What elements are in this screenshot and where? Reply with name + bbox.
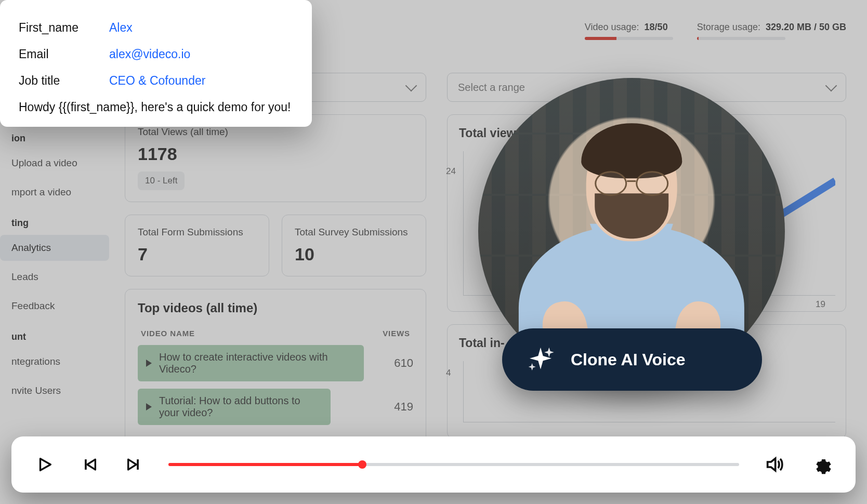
progress-fill <box>168 463 362 466</box>
metric-value: 10 <box>295 244 413 264</box>
storage-usage-label: Storage usage: <box>697 22 760 33</box>
video-player-bar <box>11 436 856 493</box>
var-message: Howdy {{(first_name}}, here's a quick de… <box>19 94 293 114</box>
sidebar-section-reporting: ting <box>0 208 109 232</box>
metric-value: 7 <box>138 244 256 264</box>
progress-track[interactable] <box>168 463 739 466</box>
sidebar-item-label: Upload a video <box>11 157 77 168</box>
video-name: How to create interactive videos with Vi… <box>159 351 356 375</box>
table-row[interactable]: How to create interactive videos with Vi… <box>138 345 413 381</box>
sidebar-item-integrations[interactable]: ntegrations <box>0 349 109 375</box>
sidebar-section-account: unt <box>0 322 109 346</box>
table-row[interactable]: Tutorial: How to add buttons to your vid… <box>138 389 413 425</box>
sidebar-item-label: Analytics <box>11 242 51 253</box>
var-job-label: Job title <box>19 74 91 88</box>
var-first-name-label: First_name <box>19 21 91 35</box>
card-survey-submissions: Total Survey Submissions 10 <box>282 215 426 276</box>
sidebar-item-leads[interactable]: Leads <box>0 264 109 290</box>
storage-usage-meter <box>697 37 785 40</box>
storage-usage-value: 329.20 MB / 50 GB <box>766 22 846 33</box>
sparkle-icon <box>526 345 555 374</box>
sidebar-item-feedback[interactable]: Feedback <box>0 293 109 319</box>
col-views: VIEWS <box>383 329 410 338</box>
next-button[interactable] <box>124 454 144 475</box>
metric-label: Total Form Submissions <box>138 227 256 238</box>
sidebar-section-creation: ion <box>0 124 109 147</box>
sidebar-item-import[interactable]: mport a video <box>0 179 109 205</box>
y-tick: 4 <box>446 368 451 378</box>
play-icon <box>146 360 152 367</box>
video-usage-block: Video usage: 18/50 <box>585 22 673 40</box>
video-usage-value: 18/50 <box>645 22 668 33</box>
chevron-down-icon <box>825 80 837 92</box>
video-views: 419 <box>382 400 413 414</box>
metric-label: Total Views (all time) <box>138 126 413 138</box>
sidebar-item-label: Feedback <box>11 300 55 311</box>
chevron-down-icon <box>405 80 417 92</box>
sidebar-item-analytics[interactable]: Analytics <box>0 235 109 261</box>
sidebar-item-upload[interactable]: Upload a video <box>0 150 109 176</box>
volume-button[interactable] <box>763 453 786 476</box>
sidebar: ion Upload a video mport a video ting An… <box>0 124 109 404</box>
sidebar-item-label: ntegrations <box>11 356 60 367</box>
sidebar-item-label: mport a video <box>11 187 71 197</box>
clone-ai-voice-button[interactable]: Clone AI Voice <box>502 328 762 391</box>
storage-usage-block: Storage usage: 329.20 MB / 50 GB <box>697 22 846 40</box>
col-video-name: VIDEO NAME <box>141 329 195 338</box>
usage-bar: Video usage: 18/50 Storage usage: 329.20… <box>585 22 846 40</box>
filter-select-range-label: Select a range <box>458 82 525 94</box>
card-form-submissions: Total Form Submissions 7 <box>125 215 269 276</box>
video-usage-label: Video usage: <box>585 22 639 33</box>
var-email-value: alex@videco.io <box>109 47 190 61</box>
card-title: Top videos (all time) <box>138 301 413 315</box>
play-button[interactable] <box>34 454 55 475</box>
sidebar-item-label: nvite Users <box>11 385 61 396</box>
var-first-name-value: Alex <box>109 21 133 35</box>
settings-button[interactable] <box>810 453 833 476</box>
metric-value: 1178 <box>138 144 413 164</box>
video-views: 610 <box>382 356 413 370</box>
card-total-views: Total Views (all time) 1178 10 - Left <box>125 114 426 202</box>
sidebar-item-invite[interactable]: nvite Users <box>0 378 109 404</box>
y-tick: 24 <box>446 166 456 177</box>
var-email-label: Email <box>19 47 91 61</box>
variables-popover: First_name Alex Email alex@videco.io Job… <box>0 0 312 127</box>
prev-button[interactable] <box>79 454 100 475</box>
play-icon <box>146 403 152 410</box>
video-usage-meter <box>585 37 673 40</box>
video-name: Tutorial: How to add buttons to your vid… <box>159 395 322 419</box>
metric-label: Total Survey Submissions <box>295 227 413 238</box>
sidebar-item-label: Leads <box>11 271 38 282</box>
trend-badge: 10 - Left <box>138 171 185 190</box>
var-job-value: CEO & Cofounder <box>109 74 205 88</box>
clone-ai-voice-label: Clone AI Voice <box>571 350 685 369</box>
card-top-videos: Top videos (all time) VIDEO NAME VIEWS H… <box>125 289 426 444</box>
progress-knob[interactable] <box>358 460 366 469</box>
